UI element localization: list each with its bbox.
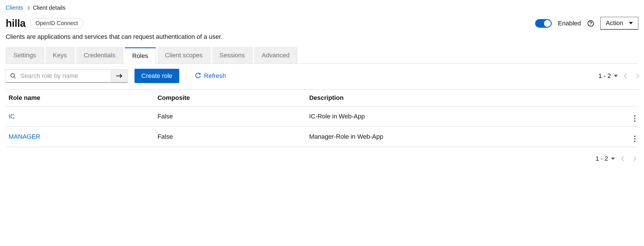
search-icon — [10, 73, 16, 79]
refresh-label: Refresh — [204, 72, 226, 80]
role-description: IC-Role in Web-App — [306, 106, 624, 127]
refresh-button[interactable]: Refresh — [193, 72, 228, 80]
search-box — [6, 69, 111, 83]
row-actions-menu[interactable] — [634, 115, 635, 122]
roles-table: Role name Composite Description IC False… — [6, 89, 638, 147]
svg-point-2 — [11, 73, 15, 77]
pager-next[interactable] — [631, 156, 636, 161]
tab-sessions[interactable]: Sessions — [212, 47, 252, 63]
tab-roles[interactable]: Roles — [125, 47, 156, 64]
table-row: MANAGER False Manager-Role in Web-App — [6, 127, 638, 147]
svg-point-1 — [590, 25, 591, 25]
breadcrumb-parent-link[interactable]: Clients — [6, 5, 23, 11]
svg-line-3 — [14, 76, 16, 78]
tab-advanced[interactable]: Advanced — [254, 47, 297, 63]
pager-top[interactable]: 1 - 2 — [598, 72, 618, 80]
breadcrumb: Clients Client details — [6, 5, 638, 14]
refresh-icon — [195, 73, 201, 79]
role-description: Manager-Role in Web-App — [306, 127, 624, 147]
row-actions-menu[interactable] — [634, 136, 635, 142]
pager-prev[interactable] — [624, 74, 629, 78]
tab-settings[interactable]: Settings — [6, 47, 44, 63]
col-description: Description — [306, 90, 624, 106]
col-role-name: Role name — [6, 90, 155, 106]
tab-keys[interactable]: Keys — [46, 47, 75, 63]
chevron-right-icon — [26, 6, 30, 10]
role-composite: False — [155, 127, 306, 147]
role-name-link[interactable]: IC — [9, 113, 15, 120]
divider — [186, 70, 186, 81]
page-title: hilla — [6, 17, 26, 29]
pager-prev[interactable] — [621, 156, 626, 161]
create-role-button[interactable]: Create role — [134, 69, 179, 83]
arrow-right-icon — [116, 74, 123, 78]
caret-down-icon — [629, 22, 633, 24]
enabled-toggle[interactable] — [535, 19, 552, 28]
help-icon[interactable] — [587, 20, 594, 27]
tab-credentials[interactable]: Credentials — [76, 47, 123, 63]
caret-down-icon — [614, 75, 618, 77]
pager-bottom[interactable]: 1 - 2 — [596, 155, 615, 162]
role-name-link[interactable]: MANAGER — [9, 133, 40, 140]
role-composite: False — [155, 106, 306, 127]
action-label: Action — [606, 19, 623, 27]
enabled-label: Enabled — [558, 20, 581, 27]
caret-down-icon — [611, 158, 615, 160]
col-composite: Composite — [155, 90, 306, 106]
pager-next[interactable] — [634, 74, 639, 78]
action-dropdown[interactable]: Action — [600, 17, 638, 30]
table-row: IC False IC-Role in Web-App — [6, 106, 638, 127]
pager-range: 1 - 2 — [596, 155, 608, 162]
pager-range: 1 - 2 — [598, 72, 611, 80]
tab-client-scopes[interactable]: Client scopes — [158, 47, 210, 63]
protocol-badge: OpenID Connect — [30, 18, 83, 29]
col-actions — [624, 90, 638, 106]
search-input[interactable] — [20, 72, 107, 80]
search-submit-button[interactable] — [111, 69, 128, 83]
page-description: Clients are applications and services th… — [6, 31, 638, 47]
tabs: Settings Keys Credentials Roles Client s… — [6, 47, 638, 64]
breadcrumb-current: Client details — [33, 5, 66, 11]
